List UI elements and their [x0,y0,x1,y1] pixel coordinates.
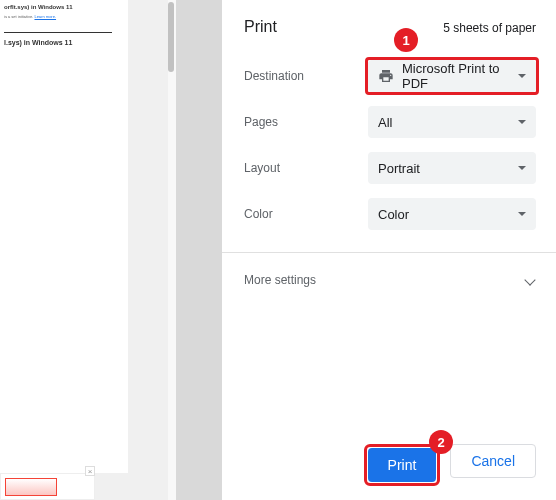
color-row: Color Color [244,196,536,232]
chevron-down-icon [518,120,526,124]
destination-select[interactable]: Microsoft Print to PDF [368,60,536,92]
layout-select[interactable]: Portrait [368,152,536,184]
pages-row: Pages All [244,104,536,140]
dialog-footer: Print Cancel [364,444,536,486]
layout-label: Layout [244,161,368,175]
cancel-button[interactable]: Cancel [450,444,536,478]
preview-pager: × [0,473,95,500]
preview-heading: l.sys) in Windows 11 [4,39,124,46]
more-settings-toggle[interactable]: More settings [244,253,536,307]
layout-value: Portrait [378,161,420,176]
color-select[interactable]: Color [368,198,536,230]
chevron-down-icon [518,74,526,78]
printer-icon [378,68,394,84]
destination-label: Destination [244,69,368,83]
preview-text-sub: is a set initiative. Learn more. [4,15,124,20]
print-preview-pane: orflt.sys) in Windows 11 is a set initia… [0,0,176,500]
pages-value: All [378,115,392,130]
destination-row: Destination Microsoft Print to PDF [244,58,536,94]
annotation-highlight-2: Print [364,444,441,486]
page-title: Print [244,18,277,36]
pages-label: Pages [244,115,368,129]
chevron-down-icon [518,166,526,170]
color-label: Color [244,207,368,221]
pages-select[interactable]: All [368,106,536,138]
layout-row: Layout Portrait [244,150,536,186]
destination-value: Microsoft Print to PDF [402,61,526,91]
chevron-down-icon [524,274,535,285]
color-value: Color [378,207,409,222]
pager-box[interactable] [5,478,57,496]
sheet-count: 5 sheets of paper [443,21,536,35]
annotation-badge-1: 1 [394,28,418,52]
preview-text: orflt.sys) in Windows 11 [4,4,124,11]
annotation-badge-2: 2 [429,430,453,454]
chevron-down-icon [518,212,526,216]
print-panel: Print 5 sheets of paper Destination Micr… [222,0,556,500]
preview-scrollbar[interactable] [168,2,174,72]
close-icon[interactable]: × [85,466,95,476]
print-button[interactable]: Print [368,448,437,482]
preview-link: Learn more. [34,14,56,19]
panel-gutter [176,0,222,500]
preview-page[interactable]: orflt.sys) in Windows 11 is a set initia… [0,0,128,473]
more-settings-label: More settings [244,273,316,287]
